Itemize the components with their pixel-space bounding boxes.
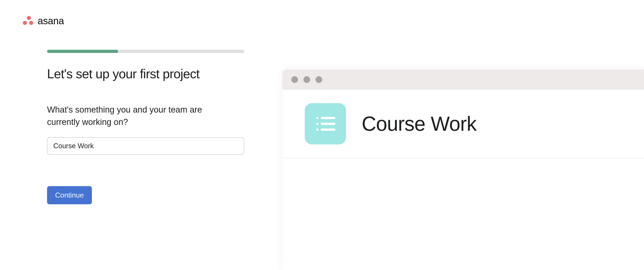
preview-project-title: Course Work xyxy=(362,112,476,135)
svg-point-0 xyxy=(316,117,318,119)
progress-fill xyxy=(47,50,118,53)
traffic-light-minimize-icon xyxy=(304,76,310,83)
svg-rect-5 xyxy=(321,129,335,131)
traffic-light-zoom-icon xyxy=(316,76,322,83)
svg-rect-3 xyxy=(321,123,335,125)
setup-form: Let's set up your first project What's s… xyxy=(47,50,244,204)
svg-rect-1 xyxy=(321,117,335,119)
project-name-input[interactable] xyxy=(47,137,244,155)
svg-point-4 xyxy=(316,129,318,131)
asana-logomark-icon xyxy=(22,16,35,26)
preview-window: Course Work xyxy=(282,70,644,270)
prompt-label: What's something you and your team are c… xyxy=(47,104,235,128)
svg-point-2 xyxy=(316,123,318,125)
window-titlebar xyxy=(282,70,644,90)
preview-header: Course Work xyxy=(282,90,644,158)
traffic-light-close-icon xyxy=(291,76,298,83)
brand-name: asana xyxy=(38,15,64,27)
onboarding-page: asana Let's set up your first project Wh… xyxy=(0,0,644,270)
progress-bar xyxy=(47,50,244,53)
project-list-icon xyxy=(305,103,346,144)
brand-logo: asana xyxy=(22,15,64,27)
page-title: Let's set up your first project xyxy=(47,66,244,81)
continue-button[interactable]: Continue xyxy=(47,186,92,204)
